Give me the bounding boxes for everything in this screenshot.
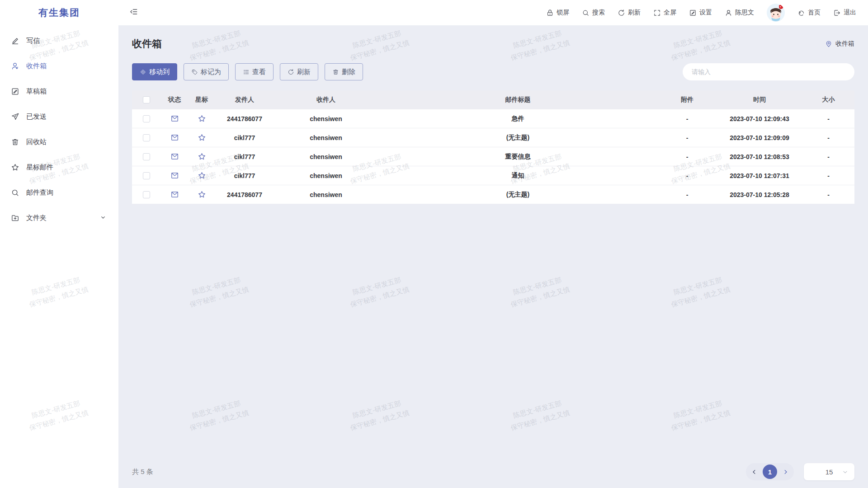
pager: 1 xyxy=(746,463,794,480)
topbar-session-item-1[interactable]: 退出 xyxy=(833,9,856,17)
main-panel: 收件箱 收件箱 移动到标记为查看刷新删除 状态 星标 发件人 收件人 邮件标题 … xyxy=(118,25,868,488)
envelope-icon xyxy=(170,114,179,123)
mail-table: 状态 星标 发件人 收件人 邮件标题 附件 时间 大小 2441786077 c… xyxy=(132,90,854,204)
sidebar-item-label: 文件夹 xyxy=(26,214,47,222)
topbar-item-5[interactable]: 陈思文 xyxy=(725,9,754,17)
row-star-cell xyxy=(188,133,215,142)
search-icon xyxy=(582,9,590,17)
sidebar-collapse-icon[interactable] xyxy=(129,7,138,18)
toolbar-button-label: 刷新 xyxy=(297,68,311,76)
col-sender: 发件人 xyxy=(215,96,274,104)
trash-icon xyxy=(11,138,19,146)
row-checkbox[interactable] xyxy=(143,172,150,179)
chevron-right-icon xyxy=(782,468,789,476)
row-time: 2023-07-10 12:07:31 xyxy=(717,172,802,179)
topbar-item-2[interactable]: 刷新 xyxy=(618,9,641,17)
logout-icon xyxy=(833,9,841,17)
topbar-menu: 锁屏搜索刷新全屏设置陈思文 首页退出 xyxy=(546,4,868,22)
envelope-icon xyxy=(170,152,179,161)
next-page-icon[interactable] xyxy=(782,468,789,476)
row-star-cell xyxy=(188,171,215,180)
row-sender: 2441786077 xyxy=(215,191,274,198)
search-icon xyxy=(11,188,19,197)
row-size: - xyxy=(802,172,854,179)
page-size-select[interactable]: 15 xyxy=(804,463,854,480)
toolbar-button-label: 删除 xyxy=(342,68,355,76)
topbar-item-3[interactable]: 全屏 xyxy=(653,9,676,17)
row-checkbox[interactable] xyxy=(143,191,150,198)
page-size-value: 15 xyxy=(826,468,833,476)
user-avatar[interactable] xyxy=(767,4,785,22)
toolbar-button-3[interactable]: 刷新 xyxy=(280,63,318,80)
star-icon[interactable] xyxy=(198,190,206,199)
topbar-item-1[interactable]: 搜索 xyxy=(582,9,605,17)
topbar-item-label: 退出 xyxy=(844,9,856,17)
sidebar-item-0[interactable]: 写信 xyxy=(0,28,118,53)
toolbar-button-0[interactable]: 移动到 xyxy=(132,63,177,80)
brand-logo: 有生集团 xyxy=(0,6,118,19)
table-row[interactable]: cikl777 chensiwen (无主题) - 2023-07-10 12:… xyxy=(132,128,854,147)
row-checkbox[interactable] xyxy=(143,153,150,160)
page-number-button[interactable]: 1 xyxy=(763,465,777,479)
sidebar-item-6[interactable]: 邮件查询 xyxy=(0,180,118,205)
table-row[interactable]: cikl777 chensiwen 重要信息 - 2023-07-10 12:0… xyxy=(132,147,854,166)
list-icon xyxy=(243,69,250,75)
row-attachment: - xyxy=(658,153,717,160)
select-all-checkbox[interactable] xyxy=(143,96,150,103)
lock-icon xyxy=(546,9,554,17)
chevron-left-icon xyxy=(750,468,758,476)
row-attachment: - xyxy=(658,172,717,179)
toolbar-button-1[interactable]: 标记为 xyxy=(184,63,229,80)
table-row[interactable]: cikl777 chensiwen 通知 - 2023-07-10 12:07:… xyxy=(132,166,854,185)
row-size: - xyxy=(802,191,854,198)
row-checkbox[interactable] xyxy=(143,134,150,141)
tag-icon xyxy=(191,69,198,75)
topbar-item-label: 首页 xyxy=(808,9,821,17)
collapse-icon xyxy=(129,7,138,16)
topbar-item-label: 设置 xyxy=(699,9,712,17)
row-status-cell xyxy=(161,152,188,161)
row-checkbox-cell xyxy=(132,115,161,122)
toolbar: 移动到标记为查看刷新删除 xyxy=(132,63,854,80)
star-icon[interactable] xyxy=(198,171,206,180)
star-icon[interactable] xyxy=(198,114,206,123)
topbar-item-label: 陈思文 xyxy=(735,9,754,17)
star-icon[interactable] xyxy=(198,133,206,142)
star-icon xyxy=(11,163,19,172)
table-row[interactable]: 2441786077 chensiwen (无主题) - 2023-07-10 … xyxy=(132,185,854,204)
toolbar-button-4[interactable]: 删除 xyxy=(325,63,363,80)
topbar-item-4[interactable]: 设置 xyxy=(689,9,712,17)
row-subject: 急件 xyxy=(378,115,658,123)
sidebar-item-5[interactable]: 星标邮件 xyxy=(0,155,118,180)
sidebar-item-1[interactable]: 收件箱 xyxy=(0,53,118,79)
star-icon[interactable] xyxy=(198,152,206,161)
row-subject: (无主题) xyxy=(378,134,658,142)
col-status: 状态 xyxy=(161,96,188,104)
topbar-session-item-0[interactable]: 首页 xyxy=(797,9,821,17)
prev-page-icon[interactable] xyxy=(750,468,758,476)
row-attachment: - xyxy=(658,191,717,198)
sidebar-item-label: 草稿箱 xyxy=(26,87,47,96)
envelope-icon xyxy=(170,190,179,199)
refresh-icon xyxy=(288,69,294,75)
toolbar-button-2[interactable]: 查看 xyxy=(235,63,274,80)
row-size: - xyxy=(802,134,854,141)
header-checkbox-cell xyxy=(132,96,161,103)
row-size: - xyxy=(802,153,854,160)
sidebar: 写信收件箱草稿箱已发送回收站星标邮件邮件查询文件夹 xyxy=(0,25,118,488)
col-size: 大小 xyxy=(802,96,854,104)
row-checkbox-cell xyxy=(132,153,161,160)
refresh-icon xyxy=(618,9,625,17)
send-icon xyxy=(11,113,19,121)
search-input[interactable] xyxy=(683,63,854,80)
row-recipient: chensiwen xyxy=(274,134,378,141)
row-sender: cikl777 xyxy=(215,134,274,141)
table-row[interactable]: 2441786077 chensiwen 急件 - 2023-07-10 12:… xyxy=(132,109,854,128)
sidebar-item-7[interactable]: 文件夹 xyxy=(0,205,118,230)
sidebar-item-4[interactable]: 回收站 xyxy=(0,129,118,155)
sidebar-item-2[interactable]: 草稿箱 xyxy=(0,79,118,104)
row-checkbox[interactable] xyxy=(143,115,150,122)
move-icon xyxy=(140,69,146,75)
sidebar-item-3[interactable]: 已发送 xyxy=(0,104,118,129)
topbar-item-0[interactable]: 锁屏 xyxy=(546,9,569,17)
